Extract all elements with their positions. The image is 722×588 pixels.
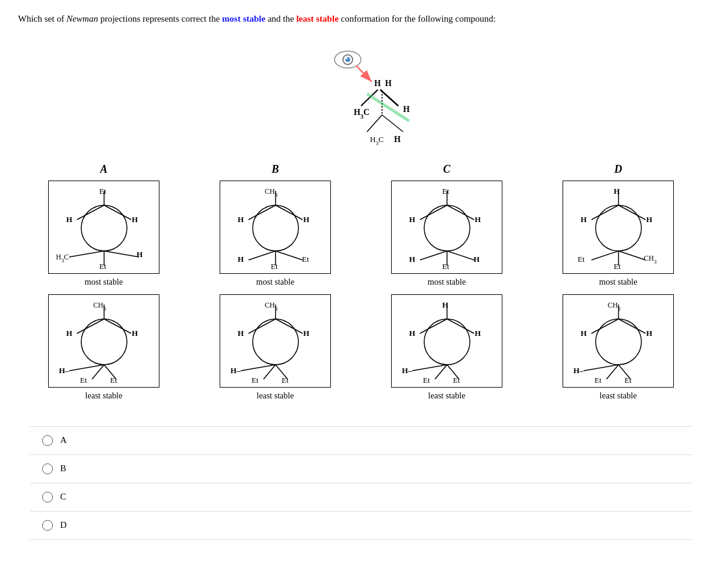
svg-text:H: H <box>394 135 401 144</box>
svg-text:H: H <box>303 329 309 338</box>
svg-text:Et: Et <box>453 376 460 383</box>
radio-options: A B C D <box>18 426 704 540</box>
most-stable-label-D: most stable <box>599 277 637 287</box>
svg-text:Et: Et <box>578 255 585 264</box>
newman-A-most: Et H H H3C H Et <box>48 181 159 274</box>
molecule-diagram: H H H3C H H3C H <box>18 37 704 145</box>
svg-line-51 <box>248 251 276 260</box>
radio-circle-D[interactable] <box>42 520 53 531</box>
svg-text:H: H <box>646 329 652 338</box>
least-stable-label-B: least stable <box>257 391 294 401</box>
svg-line-64 <box>241 365 276 371</box>
svg-point-57 <box>253 319 298 365</box>
answer-grid: A Et H H H3C H <box>18 163 704 408</box>
svg-text:H: H <box>581 329 587 338</box>
svg-text:Et: Et <box>442 262 449 269</box>
svg-text:H: H <box>238 329 244 338</box>
svg-text:Et: Et <box>99 262 106 269</box>
svg-text:H: H <box>303 215 309 224</box>
newman-A-least: CH3 H H H– Et Et <box>48 294 159 388</box>
svg-text:H: H <box>238 255 244 264</box>
svg-text:H: H <box>581 215 587 224</box>
svg-text:Et: Et <box>271 262 278 269</box>
radio-option-D[interactable]: D <box>30 511 692 540</box>
svg-text:H: H <box>132 215 138 224</box>
svg-line-12 <box>367 115 382 132</box>
newman-B-most: CH3 H H H Et Et <box>220 181 331 274</box>
radio-option-C[interactable]: C <box>30 483 692 511</box>
radio-label-D: D <box>60 520 67 530</box>
svg-line-79 <box>447 251 474 260</box>
svg-text:H: H <box>646 215 652 224</box>
newman-D-most: H H H Et CH3 Et <box>563 181 674 274</box>
svg-text:Et: Et <box>251 376 259 383</box>
newman-C-least: H H H H– Et Et <box>391 294 502 388</box>
svg-point-44 <box>253 205 298 251</box>
svg-text:H3C: H3C <box>354 108 369 120</box>
svg-text:Et: Et <box>442 187 449 196</box>
column-label-D: D <box>614 163 622 176</box>
most-stable-label-B: most stable <box>256 277 294 287</box>
least-stable-label-C: least stable <box>428 391 466 401</box>
svg-text:H: H <box>475 215 481 224</box>
column-label-C: C <box>443 163 450 176</box>
svg-text:Et: Et <box>302 255 309 264</box>
svg-line-4 <box>356 66 372 82</box>
svg-text:H: H <box>475 329 481 338</box>
svg-text:H: H <box>66 329 72 338</box>
svg-text:H: H <box>409 329 415 338</box>
svg-text:H: H <box>474 255 480 264</box>
svg-point-31 <box>81 319 127 365</box>
svg-text:H: H <box>238 215 244 224</box>
svg-text:H: H <box>374 79 381 88</box>
column-label-B: B <box>271 163 279 176</box>
newman-C-most: Et H H H H Et <box>391 181 502 274</box>
svg-text:H: H <box>66 215 72 224</box>
svg-line-116 <box>584 365 619 371</box>
svg-text:Et: Et <box>594 376 602 383</box>
svg-text:H3C: H3C <box>370 135 384 145</box>
svg-line-103 <box>591 251 619 260</box>
svg-text:Et: Et <box>99 187 106 196</box>
svg-text:H: H <box>403 105 410 114</box>
radio-circle-C[interactable] <box>42 492 53 503</box>
svg-text:Et: Et <box>423 376 430 383</box>
svg-text:H: H <box>409 255 415 264</box>
svg-text:H–: H– <box>59 366 69 375</box>
svg-text:H: H <box>409 215 415 224</box>
radio-circle-A[interactable] <box>42 435 53 446</box>
svg-point-83 <box>424 319 470 365</box>
least-stable-label-A: least stable <box>85 391 123 401</box>
svg-text:H: H <box>137 250 143 259</box>
svg-point-70 <box>424 205 470 251</box>
svg-text:H–: H– <box>573 366 584 375</box>
svg-point-109 <box>596 319 641 365</box>
radio-label-B: B <box>60 463 66 474</box>
newman-D-least: CH3 H H H– Et Et <box>563 294 674 388</box>
svg-line-25 <box>69 251 104 257</box>
least-stable-label-D: least stable <box>600 391 637 401</box>
radio-label-A: A <box>60 435 67 445</box>
radio-circle-B[interactable] <box>42 463 53 474</box>
most-stable-label-C: most stable <box>428 277 466 287</box>
svg-point-18 <box>81 205 127 251</box>
radio-label-C: C <box>60 492 66 502</box>
svg-text:H: H <box>385 79 392 88</box>
svg-text:H–: H– <box>230 366 241 375</box>
svg-line-13 <box>382 115 403 132</box>
column-A: A Et H H H3C H <box>24 163 184 408</box>
svg-text:Et: Et <box>110 376 117 383</box>
radio-option-A[interactable]: A <box>30 426 692 454</box>
column-label-A: A <box>100 163 107 176</box>
newman-B-least: CH3 H H H– Et Et <box>220 294 331 388</box>
svg-line-105 <box>619 251 646 260</box>
svg-text:Et: Et <box>80 376 87 383</box>
svg-line-38 <box>69 365 104 371</box>
svg-point-3 <box>346 57 348 59</box>
radio-option-B[interactable]: B <box>30 454 692 483</box>
svg-text:Et: Et <box>282 376 289 383</box>
svg-line-90 <box>412 365 447 371</box>
column-C: C Et H H H H Et <box>367 163 526 408</box>
svg-text:H–: H– <box>402 366 412 375</box>
most-stable-label-A: most stable <box>85 277 123 287</box>
